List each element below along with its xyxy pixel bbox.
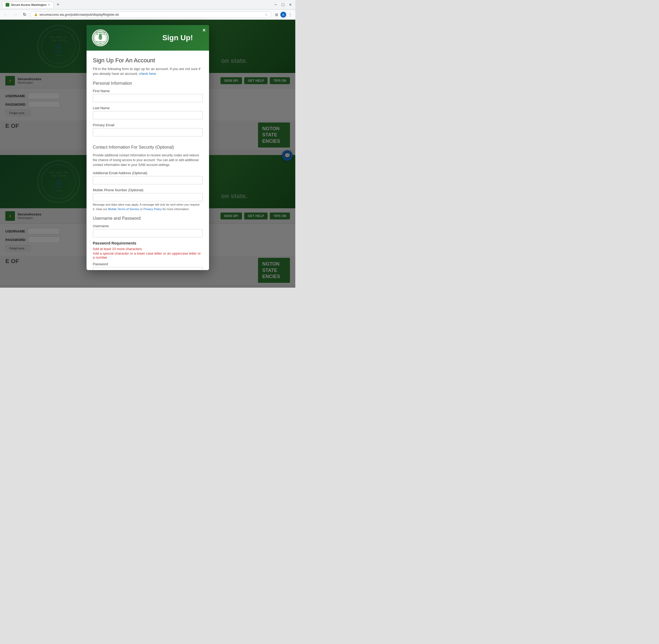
lock-icon: 🔒: [34, 13, 38, 16]
mobile-phone-input[interactable]: [93, 193, 203, 201]
profile-btn[interactable]: A: [280, 12, 286, 18]
forward-btn[interactable]: →: [12, 12, 19, 18]
svg-text:WASHINGTON: WASHINGTON: [96, 41, 105, 43]
mobile-phone-label: Mobile Phone Number (Optional): [93, 188, 203, 192]
username-input[interactable]: [93, 229, 203, 237]
new-tab-btn[interactable]: +: [55, 2, 61, 7]
msg-note: Message and data rates may apply. A mess…: [93, 202, 203, 211]
modal-seal: THE SEAL OF THE STATE OF WASHINGTON 1889: [92, 29, 109, 46]
pw-req-2: Add a special character or a lower case …: [93, 251, 203, 259]
browser-tab-bar: Secure Access Washington × + − □ ×: [0, 0, 295, 9]
signup-modal: THE SEAL OF THE STATE OF WASHINGTON 1889…: [87, 25, 209, 270]
first-name-input[interactable]: [93, 94, 203, 102]
additional-email-input[interactable]: [93, 176, 203, 184]
contact-desc: Provide additional contact information t…: [93, 153, 203, 167]
modal-main-title: Sign Up For An Account: [93, 57, 203, 64]
last-name-input[interactable]: [93, 111, 203, 119]
svg-text:1889: 1889: [99, 43, 102, 44]
star-icon[interactable]: ☆: [265, 13, 268, 17]
pw-req-1: Add at least 10 more characters: [93, 247, 203, 251]
menu-btn[interactable]: ⋮: [287, 12, 293, 17]
modal-title: Sign Up!: [162, 33, 193, 42]
username-field-label: Username: [93, 224, 203, 228]
tab-title: Secure Access Washington: [11, 3, 47, 6]
password-input[interactable]: [93, 267, 203, 270]
modal-close-btn[interactable]: ×: [203, 27, 206, 33]
modal-body: Sign Up For An Account Fill in the follo…: [87, 51, 209, 270]
maximize-btn[interactable]: □: [280, 2, 286, 8]
check-here-link[interactable]: check here.: [139, 72, 157, 76]
additional-email-label: Additional Email Address (Optional): [93, 171, 203, 175]
personal-info-title: Personal Information: [93, 81, 203, 86]
password-label: Password: [93, 262, 203, 266]
last-name-label: Last Name: [93, 106, 203, 110]
tab-close-btn[interactable]: ×: [48, 3, 50, 7]
svg-point-5: [99, 34, 102, 37]
modal-description: Fill in the following form to sign up fo…: [93, 67, 203, 76]
address-bar[interactable]: 🔒 secureaccess.wa.gov/public/saw/pub/dis…: [30, 12, 272, 18]
extensions-btn[interactable]: ⊞: [274, 12, 279, 17]
url-text: secureaccess.wa.gov/public/saw/pub/displ…: [40, 13, 119, 17]
window-close-btn[interactable]: ×: [287, 2, 293, 8]
browser-tab[interactable]: Secure Access Washington ×: [2, 2, 53, 8]
browser-nav-bar: ← → ↻ 🔒 secureaccess.wa.gov/public/saw/p…: [0, 9, 295, 20]
modal-header: THE SEAL OF THE STATE OF WASHINGTON 1889…: [87, 25, 209, 51]
primary-email-input[interactable]: [93, 128, 203, 136]
browser-action-buttons: ⊞ A ⋮: [274, 12, 293, 18]
privacy-policy-link-msg[interactable]: Privacy Policy: [143, 207, 162, 211]
pw-requirements: Password Requirements Add at least 10 mo…: [93, 241, 203, 259]
modal-overlay: THE SEAL OF THE STATE OF WASHINGTON 1889…: [0, 20, 295, 288]
username-password-title: Username and Password: [93, 216, 203, 221]
pw-req-title: Password Requirements: [93, 241, 203, 245]
first-name-label: First Name: [93, 89, 203, 93]
mobile-terms-link[interactable]: Mobile Terms of Service: [108, 207, 139, 211]
back-btn[interactable]: ←: [2, 12, 9, 18]
primary-email-label: Primary Email: [93, 123, 203, 127]
minimize-btn[interactable]: −: [273, 2, 279, 8]
refresh-btn[interactable]: ↻: [21, 12, 28, 18]
tab-favicon: [6, 3, 9, 7]
contact-info-title: Contact Information For Security (Option…: [93, 145, 203, 150]
